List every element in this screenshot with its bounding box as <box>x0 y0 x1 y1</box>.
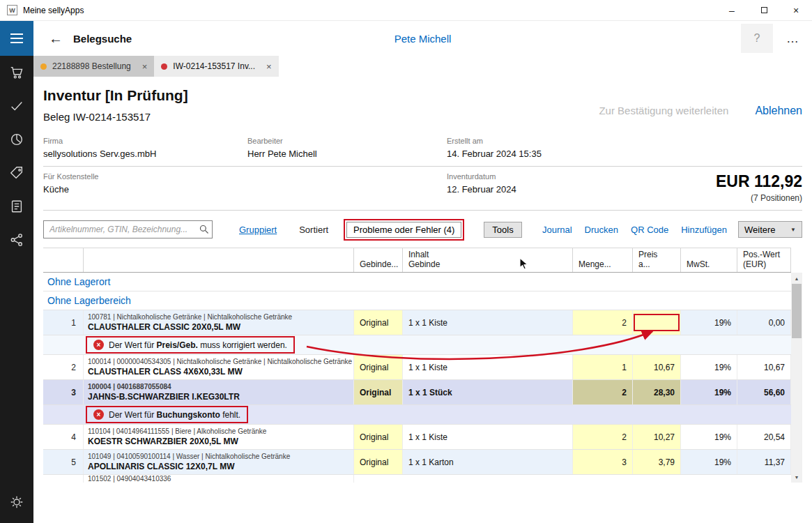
article-meta: 110104 | 04014964111555 | Biere | Alkoho… <box>88 427 348 435</box>
sidebar <box>0 56 33 523</box>
column-header-wert[interactable]: Pos.-Wert (EUR) <box>737 248 791 272</box>
journal-link[interactable]: Journal <box>542 225 572 235</box>
search-input[interactable] <box>43 220 213 238</box>
table-row[interactable]: 1 100781 | Nichtalkoholische Getränke | … <box>43 310 791 335</box>
gebinde-cell[interactable]: Original <box>354 355 403 379</box>
user-name[interactable]: Pete Michell <box>33 33 812 45</box>
qr-code-link[interactable]: QR Code <box>631 225 668 235</box>
error-message-buchungskonto: × Der Wert für Buchungskonto fehlt. <box>86 406 248 423</box>
row-number: 1 <box>43 310 84 335</box>
article-cell: 100014 | 00000040534305 | Nichtalkoholis… <box>84 355 354 379</box>
preis-cell[interactable]: 3,79 <box>633 450 681 474</box>
price-tag-icon[interactable] <box>0 156 33 190</box>
close-button[interactable]: × <box>780 0 812 20</box>
weitere-dropdown[interactable]: Weitere ▼ <box>738 221 802 238</box>
hinzufuegen-link[interactable]: Hinzufügen <box>681 225 727 235</box>
field-row-2: Für Kostenstelle Küche Inventurdatum 12.… <box>43 167 802 211</box>
probleme-filter-button[interactable]: Probleme oder Fehler (4) <box>346 222 461 238</box>
field-erstellt-am: Erstellt am 14. Februar 2024 15:35 <box>447 137 802 159</box>
tab-close-icon[interactable]: × <box>266 61 272 72</box>
journal-icon[interactable] <box>0 190 33 223</box>
forward-action-disabled: Zur Bestätigung weiterleiten <box>599 105 728 116</box>
menge-cell[interactable]: 2 <box>573 310 633 335</box>
window-controls: – × <box>716 0 812 20</box>
column-header-mwst[interactable]: MwSt. <box>681 248 737 272</box>
vertical-scrollbar[interactable]: ▲ ▼ <box>791 273 802 483</box>
tab-inventur[interactable]: IW-0214-153517 Inv... × <box>154 56 278 77</box>
search-icon <box>199 224 209 237</box>
group-row-lagerbereich[interactable]: Ohne Lagerbereich <box>43 291 791 310</box>
gebinde-cell[interactable]: Original <box>354 380 403 404</box>
tab-status-dot-yellow <box>40 63 47 70</box>
column-header-inhalt[interactable]: Inhalt Gebinde <box>403 248 573 272</box>
gebinde-cell[interactable]: Original <box>354 425 403 449</box>
wert-cell: 10,67 <box>737 355 791 379</box>
more-options-button[interactable]: … <box>773 31 812 46</box>
article-name: KOESTR SCHWARZBIER 20X0,5L MW <box>88 437 348 446</box>
preis-cell[interactable]: 10,67 <box>633 355 681 379</box>
column-header-menge[interactable]: Menge... <box>573 248 633 272</box>
menge-cell[interactable]: 3 <box>573 450 633 474</box>
column-header-preis[interactable]: Preis a... <box>633 248 681 272</box>
minimize-button[interactable]: – <box>716 0 748 20</box>
article-meta: 100014 | 00000040534305 | Nichtalkoholis… <box>88 358 348 365</box>
error-highlight-box <box>634 314 680 331</box>
tab-bestellung[interactable]: 22188898 Bestellung × <box>33 56 154 77</box>
hamburger-icon <box>10 33 23 35</box>
tab-label: IW-0214-153517 Inv... <box>173 61 255 71</box>
cart-icon[interactable] <box>0 56 33 89</box>
tasks-check-icon[interactable] <box>0 89 33 123</box>
preis-cell[interactable]: 28,30 <box>633 380 681 404</box>
inhalt-cell: 1 x 1 Kiste <box>403 310 573 335</box>
sortiert-toggle[interactable]: Sortiert <box>299 225 328 235</box>
field-kostenstelle: Für Kostenstelle Küche <box>43 172 447 203</box>
row-number: 3 <box>43 380 84 404</box>
table-row-partial[interactable]: 101502 | 04904043410336 <box>43 475 791 483</box>
maximize-button[interactable] <box>748 0 780 20</box>
wert-cell: 56,60 <box>737 380 791 404</box>
tools-button[interactable]: Tools <box>484 222 521 238</box>
preis-cell[interactable]: 10,27 <box>633 425 681 449</box>
document-title: Inventur [In Prüfung] <box>43 87 188 104</box>
table-row[interactable]: 2 100014 | 00000040534305 | Nichtalkohol… <box>43 355 791 380</box>
error-row: × Der Wert für Buchungskonto fehlt. <box>43 405 791 425</box>
scroll-up-icon[interactable]: ▲ <box>791 273 802 284</box>
tab-bar: 22188898 Bestellung × IW-0214-153517 Inv… <box>33 56 812 77</box>
table-header: Gebinde... Inhalt Gebinde Menge... Preis… <box>43 248 791 273</box>
row-number: 4 <box>43 425 84 449</box>
mwst-cell: 19% <box>681 425 737 449</box>
table-row[interactable]: 4 110104 | 04014964111555 | Biere | Alko… <box>43 425 791 450</box>
scroll-down-icon[interactable]: ▼ <box>791 471 802 483</box>
article-cell: 101049 | 04100590100114 | Wasser | Nicht… <box>84 450 354 474</box>
reject-button[interactable]: Ablehnen <box>755 105 802 117</box>
table-row-selected[interactable]: 3 100004 | 04016887055084 JAHNS-B.SCHWAR… <box>43 380 791 405</box>
column-header-gebinde[interactable]: Gebinde... <box>354 248 403 272</box>
positions-table: Gebinde... Inhalt Gebinde Menge... Preis… <box>43 248 802 483</box>
settings-gear-icon[interactable] <box>0 485 33 519</box>
scrollbar-thumb[interactable] <box>792 284 802 338</box>
gebinde-cell[interactable]: Original <box>354 310 403 335</box>
share-icon[interactable] <box>0 223 33 257</box>
preis-cell-highlighted[interactable] <box>633 310 681 335</box>
menge-cell[interactable]: 2 <box>573 380 633 404</box>
tab-close-icon[interactable]: × <box>142 61 148 72</box>
mwst-cell: 19% <box>681 380 737 404</box>
menu-button[interactable] <box>0 21 33 56</box>
menge-cell[interactable]: 2 <box>573 425 633 449</box>
mwst-cell: 19% <box>681 450 737 474</box>
pie-chart-icon[interactable] <box>0 123 33 156</box>
error-icon: × <box>93 340 104 350</box>
column-header-number[interactable] <box>43 248 84 272</box>
gebinde-cell[interactable]: Original <box>354 450 403 474</box>
gruppiert-toggle[interactable]: Gruppiert <box>239 225 277 235</box>
column-header-article[interactable] <box>84 248 354 272</box>
tab-label: 22188898 Bestellung <box>52 61 131 71</box>
table-row[interactable]: 5 101049 | 04100590100114 | Wasser | Nic… <box>43 450 791 475</box>
help-button[interactable]: ? <box>741 24 773 53</box>
group-row-lagerort[interactable]: Ohne Lagerort <box>43 273 791 291</box>
menge-cell[interactable]: 1 <box>573 355 633 379</box>
drucken-link[interactable]: Drucken <box>585 225 618 235</box>
document-total: EUR 112,92 (7 Positionen) <box>716 172 802 203</box>
back-button[interactable]: ← <box>49 31 63 47</box>
app-icon: W <box>7 5 17 15</box>
